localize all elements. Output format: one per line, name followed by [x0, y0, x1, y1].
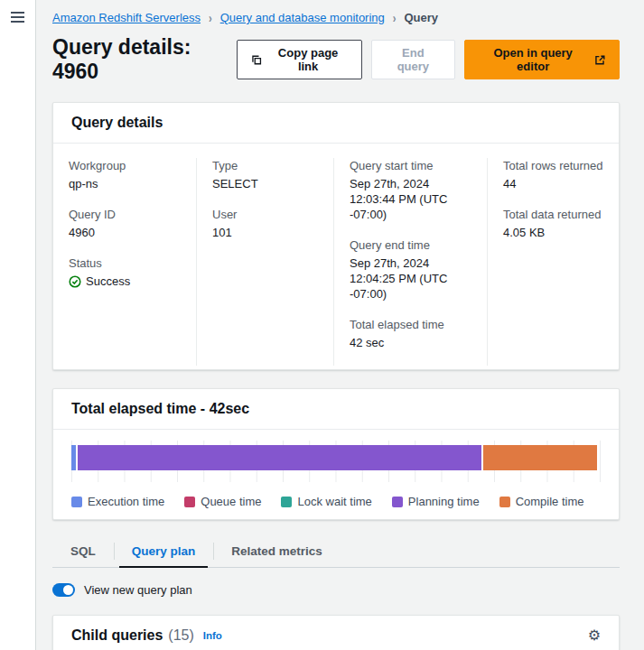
- time-segment-execution-time: [71, 445, 76, 470]
- elapsed-time-card-header: Total elapsed time - 42sec: [53, 389, 619, 430]
- query-details-column-4: Total rows returned 44 Total data return…: [487, 158, 619, 366]
- query-plan-toggle-row: View new query plan: [52, 583, 620, 597]
- tab-sql[interactable]: SQL: [52, 540, 114, 567]
- elapsed-time-card: Total elapsed time - 42sec Execution tim…: [52, 388, 620, 520]
- time-segment-compile-time: [483, 445, 597, 470]
- timeline-axis-ticks: [71, 475, 601, 482]
- legend-item-queue-time[interactable]: Queue time: [184, 495, 261, 508]
- field-query-start-time: Query start time Sep 27th, 2024 12:03:44…: [350, 158, 478, 222]
- page-actions: Copy page link End query Open in query e…: [237, 40, 620, 79]
- copy-page-link-button[interactable]: Copy page link: [237, 40, 362, 79]
- query-details-card-header: Query details: [53, 103, 619, 144]
- external-link-icon: [594, 54, 605, 66]
- tab-bar: SQL Query plan Related metrics: [52, 540, 620, 568]
- gear-icon[interactable]: ⚙: [588, 628, 601, 643]
- chevron-right-icon: ›: [393, 11, 397, 25]
- info-link[interactable]: Info: [203, 630, 222, 641]
- open-in-query-editor-button[interactable]: Open in query editor: [464, 40, 620, 79]
- field-total-data-returned: Total data returned 4.05 KB: [503, 207, 610, 240]
- stacked-time-bar: [71, 445, 600, 470]
- field-status: Status Success: [69, 255, 187, 291]
- legend-color-chip: [499, 497, 510, 507]
- legend-item-execution-time[interactable]: Execution time: [71, 495, 164, 508]
- field-total-rows-returned: Total rows returned 44: [503, 158, 610, 191]
- field-workgroup: Workgroup qp-ns: [69, 158, 187, 191]
- legend-color-chip: [71, 497, 82, 507]
- field-user: User 101: [212, 207, 324, 240]
- legend-color-chip: [392, 497, 403, 507]
- page-header: Query details: 4960 Copy page link End q…: [52, 35, 620, 84]
- breadcrumb-link-query-monitoring[interactable]: Query and database monitoring: [220, 11, 385, 24]
- main-content: Amazon Redshift Serverless › Query and d…: [37, 0, 644, 650]
- query-details-title: Query details: [71, 115, 163, 131]
- toggle-knob: [63, 585, 73, 595]
- chevron-right-icon: ›: [209, 11, 212, 25]
- query-details-column-3: Query start time Sep 27th, 2024 12:03:44…: [333, 158, 487, 366]
- tab-related-metrics[interactable]: Related metrics: [213, 540, 341, 567]
- chart-legend: Execution timeQueue timeLock wait timePl…: [71, 495, 601, 508]
- left-nav-rail: [0, 0, 36, 650]
- menu-icon[interactable]: [11, 12, 24, 23]
- child-queries-title: Child queries: [71, 627, 163, 644]
- status-badge: Success: [69, 274, 130, 289]
- elapsed-time-chart: Execution timeQueue timeLock wait timePl…: [53, 430, 619, 519]
- toggle-label: View new query plan: [84, 583, 192, 597]
- legend-item-compile-time[interactable]: Compile time: [499, 495, 584, 508]
- page-title: Query details: 4960: [52, 35, 237, 84]
- query-details-column-2: Type SELECT User 101: [196, 158, 333, 366]
- field-type: Type SELECT: [212, 158, 324, 191]
- copy-icon: [251, 54, 262, 66]
- legend-color-chip: [184, 497, 195, 507]
- end-query-button[interactable]: End query: [371, 40, 455, 79]
- query-details-column-1: Workgroup qp-ns Query ID 4960 Status Suc…: [53, 158, 196, 366]
- legend-item-lock-wait-time[interactable]: Lock wait time: [281, 495, 371, 508]
- view-new-query-plan-toggle[interactable]: [52, 583, 75, 597]
- timeline-plot-area: [71, 441, 601, 475]
- child-queries-count: (15): [168, 627, 193, 644]
- elapsed-time-title: Total elapsed time - 42sec: [71, 401, 249, 417]
- breadcrumb-current-query: Query: [404, 11, 438, 24]
- tab-query-plan[interactable]: Query plan: [114, 540, 214, 567]
- breadcrumb-link-redshift-serverless[interactable]: Amazon Redshift Serverless: [52, 11, 201, 24]
- field-query-id: Query ID 4960: [69, 207, 187, 240]
- time-segment-planning-time: [78, 445, 481, 470]
- query-details-grid: Workgroup qp-ns Query ID 4960 Status Suc…: [53, 144, 619, 369]
- legend-item-planning-time[interactable]: Planning time: [392, 495, 480, 508]
- child-queries-card-header: Child queries (15) Info ⚙: [53, 616, 619, 650]
- query-details-card: Query details Workgroup qp-ns Query ID 4…: [52, 102, 620, 370]
- child-queries-card: Child queries (15) Info ⚙ Child query se…: [52, 615, 620, 650]
- legend-color-chip: [281, 497, 292, 507]
- breadcrumb: Amazon Redshift Serverless › Query and d…: [52, 11, 620, 24]
- field-query-end-time: Query end time Sep 27th, 2024 12:04:25 P…: [350, 237, 478, 302]
- field-total-elapsed-time: Total elapsed time 42 sec: [350, 317, 478, 350]
- success-check-icon: [69, 275, 81, 288]
